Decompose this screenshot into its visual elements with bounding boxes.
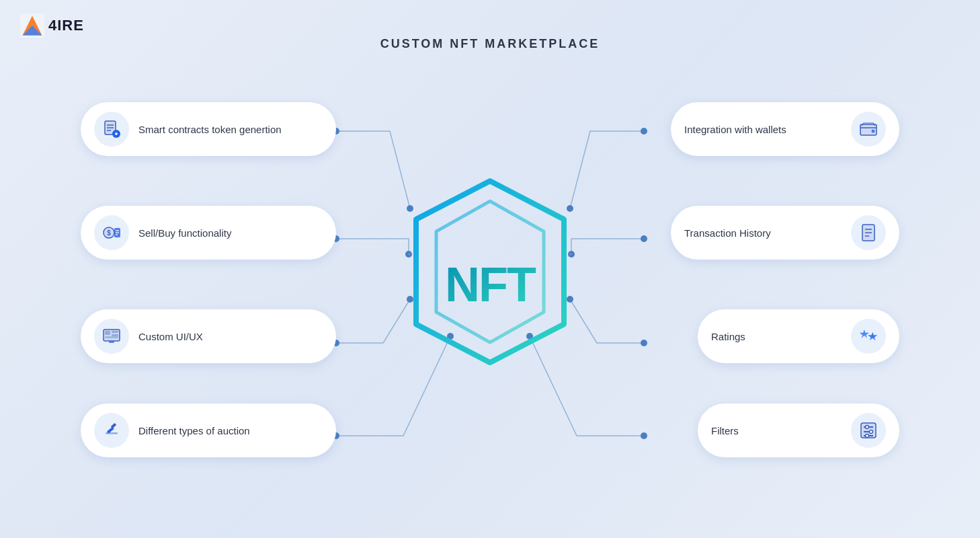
history-icon (858, 223, 879, 243)
card-smart-contracts: Smart contracts token genertion (81, 102, 336, 156)
auction-icon-circle (94, 413, 129, 448)
filters-label: Filters (711, 424, 739, 438)
svg-point-51 (872, 130, 875, 133)
custom-ui-label: Custom UI/UX (138, 330, 203, 344)
money-icon: $ (101, 223, 122, 243)
svg-point-66 (866, 434, 869, 438)
card-integration: Integration with wallets (671, 102, 899, 156)
svg-point-11 (641, 128, 647, 134)
svg-point-15 (641, 340, 647, 346)
logo-text: 4IRE (48, 17, 84, 34)
svg-marker-57 (860, 330, 869, 338)
ui-icon (101, 326, 122, 346)
svg-point-62 (866, 426, 869, 429)
auction-icon (101, 420, 122, 440)
money-icon-circle: $ (94, 215, 129, 250)
card-sell-buy: $ Sell/Buy functionality (81, 206, 336, 260)
transaction-label: Transaction History (684, 226, 771, 240)
svg-point-64 (870, 430, 873, 434)
integration-label: Integration with wallets (684, 122, 786, 137)
nft-hexagon: NFT (403, 171, 577, 375)
card-ratings: Ratings (698, 309, 899, 363)
logo-icon (20, 13, 44, 38)
svg-text:$: $ (107, 229, 111, 237)
auction-label: Different types of auction (138, 424, 250, 438)
logo: 4IRE (20, 13, 84, 38)
smart-contracts-label: Smart contracts token genertion (138, 122, 282, 137)
svg-text:NFT: NFT (445, 258, 536, 311)
page-title: CUSTOM NFT MARKETPLACE (380, 37, 600, 51)
svg-rect-44 (105, 336, 118, 338)
star-icon (858, 326, 879, 346)
svg-rect-41 (105, 331, 110, 335)
svg-point-17 (641, 432, 647, 439)
ratings-label: Ratings (711, 330, 745, 344)
card-transaction: Transaction History (671, 206, 899, 260)
sell-buy-label: Sell/Buy functionality (138, 226, 231, 240)
svg-rect-45 (109, 341, 114, 343)
filter-icon-circle (851, 413, 886, 448)
filter-icon (858, 420, 879, 440)
contract-icon-circle (94, 112, 129, 147)
card-custom-ui: Custom UI/UX (81, 309, 336, 363)
wallet-icon-circle (851, 112, 886, 147)
wallet-icon (858, 119, 879, 139)
svg-point-13 (641, 235, 647, 242)
svg-rect-42 (112, 331, 118, 333)
svg-marker-58 (868, 332, 877, 340)
svg-rect-43 (112, 334, 118, 336)
star-icon-circle (851, 319, 886, 354)
card-auction: Different types of auction (81, 404, 336, 457)
history-icon-circle (851, 215, 886, 250)
svg-rect-46 (106, 432, 118, 434)
ui-icon-circle (94, 319, 129, 354)
contract-icon (101, 119, 122, 139)
card-filters: Filters (698, 404, 899, 457)
